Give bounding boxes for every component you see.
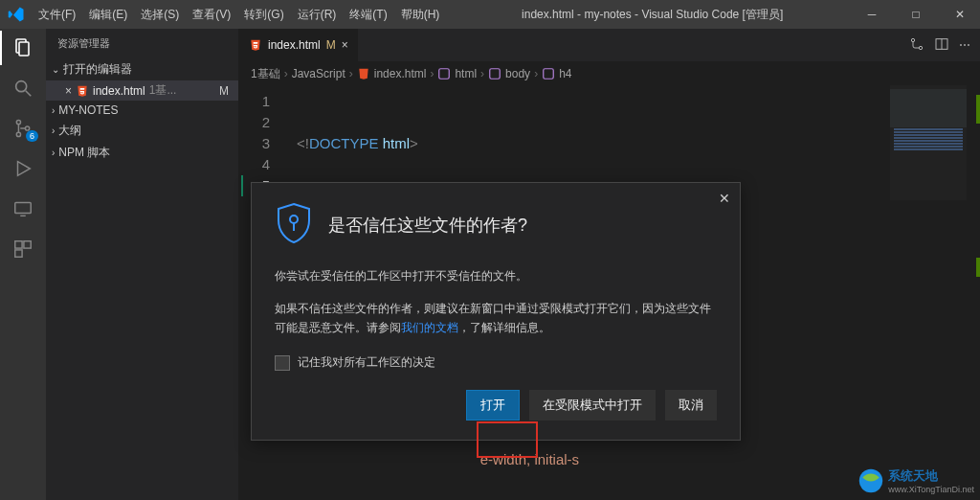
trust-dialog: ✕ 是否信任这些文件的作者? 你尝试在受信任的工作区中打开不受信任的文件。 如果… (251, 182, 741, 441)
svg-point-4 (16, 120, 20, 124)
checkbox-label: 记住我对所有工作区的决定 (298, 354, 435, 371)
modified-indicator: M (215, 84, 233, 98)
vscode-logo-icon (8, 6, 25, 23)
svg-rect-10 (15, 250, 22, 257)
symbol-icon (437, 67, 451, 80)
bc-part[interactable]: 1基础 (251, 66, 280, 82)
window-title: index.html - my-notes - Visual Studio Co… (445, 7, 859, 23)
section-label: 打开的编辑器 (63, 61, 132, 78)
section-label: 大纲 (58, 123, 81, 139)
svg-rect-15 (439, 69, 450, 80)
dialog-body: 你尝试在受信任的工作区中打开不受信任的文件。 如果不信任这些文件的作者，则建议在… (275, 266, 717, 337)
watermark-logo: 系统天地 www.XiTongTianDi.net (858, 467, 974, 494)
section-open-editors[interactable]: ⌄打开的编辑器 (46, 58, 238, 80)
menu-go[interactable]: 转到(G) (238, 3, 289, 27)
tab-index-html[interactable]: index.html M × (239, 29, 359, 61)
section-label: NPM 脚本 (58, 145, 110, 161)
editor-tabs: index.html M × ⋯ (239, 29, 980, 62)
svg-point-18 (290, 216, 298, 223)
open-editor-dir: 1基... (149, 82, 212, 99)
sidebar-title: 资源管理器 (46, 29, 238, 58)
menu-file[interactable]: 文件(F) (33, 3, 81, 27)
editor-scrollbar[interactable] (969, 85, 980, 500)
menu-help[interactable]: 帮助(H) (395, 3, 446, 27)
watermark-url: www.XiTongTianDi.net (888, 485, 974, 494)
svg-rect-17 (544, 69, 554, 80)
chevron-right-icon: › (52, 148, 55, 158)
dialog-text-2: 如果不信任这些文件的作者，则建议在新窗口中通过受限模式打开它们，因为这些文件可能… (275, 299, 717, 337)
titlebar: 文件(F) 编辑(E) 选择(S) 查看(V) 转到(G) 运行(R) 终端(T… (0, 0, 980, 29)
explorer-icon[interactable] (11, 36, 34, 59)
bc-part[interactable]: JavaScript (292, 67, 345, 80)
tab-actions: ⋯ (900, 29, 980, 61)
tab-modified-badge: M (326, 38, 336, 52)
line-numbers: 12345 (239, 91, 281, 196)
search-icon[interactable] (11, 77, 34, 100)
html-file-icon (357, 67, 370, 80)
bc-part[interactable]: h4 (559, 67, 571, 80)
section-outline[interactable]: ›大纲 (46, 120, 238, 142)
symbol-icon (488, 67, 501, 80)
chevron-right-icon: › (52, 105, 55, 116)
dialog-buttons: 打开 在受限模式中打开 取消 (275, 390, 717, 420)
svg-point-11 (911, 38, 914, 41)
menu-terminal[interactable]: 终端(T) (344, 3, 392, 27)
docs-link[interactable]: 我们的文档 (401, 321, 458, 334)
open-restricted-button[interactable]: 在受限模式中打开 (529, 390, 656, 420)
open-editor-filename: index.html (93, 84, 145, 98)
svg-point-5 (16, 132, 20, 136)
split-editor-icon[interactable] (934, 36, 949, 55)
dialog-close-icon[interactable]: ✕ (719, 191, 730, 206)
svg-point-2 (16, 81, 27, 92)
chevron-right-icon: › (52, 125, 55, 136)
open-button[interactable]: 打开 (466, 390, 520, 420)
svg-rect-19 (293, 223, 295, 231)
more-actions-icon[interactable]: ⋯ (959, 38, 970, 52)
symbol-icon (542, 67, 555, 80)
menu-view[interactable]: 查看(V) (187, 3, 236, 27)
section-folder[interactable]: ›MY-NOTES (46, 101, 238, 120)
cancel-button[interactable]: 取消 (665, 390, 717, 420)
minimize-button[interactable]: ─ (859, 8, 884, 21)
scm-badge: 6 (26, 130, 38, 142)
close-window-button[interactable]: ✕ (947, 8, 972, 21)
sidebar-explorer: 资源管理器 ⌄打开的编辑器 × index.html 1基... M ›MY-N… (46, 29, 239, 500)
html-file-icon (76, 84, 89, 98)
svg-rect-1 (19, 42, 29, 56)
svg-rect-16 (490, 69, 501, 80)
breadcrumb[interactable]: 1基础› JavaScript› index.html› html› body›… (239, 62, 980, 85)
menu-run[interactable]: 运行(R) (292, 3, 343, 27)
chevron-down-icon: ⌄ (52, 64, 59, 75)
source-control-icon[interactable]: 6 (11, 117, 34, 140)
dialog-text-1: 你尝试在受信任的工作区中打开不受信任的文件。 (275, 266, 717, 285)
compare-changes-icon[interactable] (909, 36, 924, 55)
svg-point-12 (919, 46, 922, 49)
bc-part[interactable]: html (455, 67, 477, 80)
menu-edit[interactable]: 编辑(E) (83, 3, 133, 27)
activity-bar: 6 (0, 29, 46, 500)
minimap[interactable] (890, 85, 967, 200)
menu-selection[interactable]: 选择(S) (135, 3, 185, 27)
svg-rect-9 (24, 241, 31, 248)
close-editor-icon[interactable]: × (65, 84, 72, 98)
dialog-title: 是否信任这些文件的作者? (328, 214, 527, 237)
tab-label: index.html (268, 38, 321, 52)
html-file-icon (249, 38, 262, 52)
remote-icon[interactable] (11, 197, 34, 220)
svg-line-3 (26, 91, 32, 97)
remember-checkbox-row[interactable]: 记住我对所有工作区的决定 (275, 354, 717, 371)
section-npm-scripts[interactable]: ›NPM 脚本 (46, 142, 238, 164)
maximize-button[interactable]: □ (903, 8, 928, 21)
svg-rect-7 (15, 203, 32, 214)
extensions-icon[interactable] (11, 238, 34, 261)
bc-part[interactable]: body (505, 67, 530, 80)
open-editor-item[interactable]: × index.html 1基... M (46, 80, 238, 101)
checkbox[interactable] (275, 355, 290, 371)
run-debug-icon[interactable] (11, 157, 34, 180)
menu-bar: 文件(F) 编辑(E) 选择(S) 查看(V) 转到(G) 运行(R) 终端(T… (33, 3, 445, 27)
svg-rect-8 (15, 241, 22, 248)
tab-close-icon[interactable]: × (342, 38, 348, 52)
bc-part[interactable]: index.html (374, 67, 427, 80)
watermark-name: 系统天地 (888, 468, 938, 483)
shield-icon (275, 202, 313, 247)
